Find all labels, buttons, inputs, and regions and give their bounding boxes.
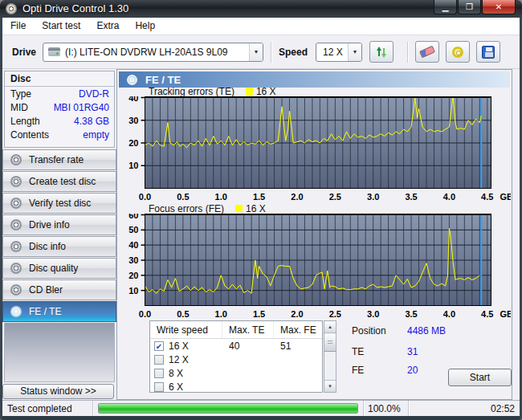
disc-row-mid: MID MBI 01RG40 — [5, 100, 114, 114]
table-row[interactable]: 6 X — [150, 381, 322, 393]
menu-start-test[interactable]: Start test — [34, 18, 88, 35]
disc-icon — [10, 176, 22, 187]
menu-file[interactable]: File — [2, 18, 34, 35]
sidebar-item-label: CD Bler — [29, 284, 63, 296]
disc-length-label: Length — [10, 115, 40, 128]
disc-icon — [10, 263, 22, 274]
sidebar-item-disc-info[interactable]: Disc info — [2, 236, 116, 257]
sidebar-item-verify-test-disc[interactable]: Verify test disc — [2, 193, 116, 214]
disc-row-length: Length 4.38 GB — [5, 114, 114, 128]
svg-text:10: 10 — [128, 161, 138, 170]
drive-select[interactable]: (I:) LITE-ON DVDRW LH-20A1S 9L09 ▼ — [43, 43, 263, 62]
svg-text:3.0: 3.0 — [367, 309, 379, 319]
minimize-button[interactable]: ▁ — [434, 0, 457, 14]
checkbox-16x[interactable]: ✔ — [154, 341, 164, 351]
fe-chart-plot: 1020304050600.00.51.01.52.02.53.03.54.04… — [120, 214, 511, 321]
write-speed-header-row: Write speed Max. TE Max. FE — [150, 321, 322, 339]
max-fe-16x: 51 — [274, 340, 322, 352]
close-button[interactable]: ✕ — [482, 0, 516, 14]
drive-icon — [48, 47, 60, 56]
position-value: 4486 MB — [407, 325, 446, 336]
checkbox-8x[interactable] — [154, 369, 164, 378]
svg-text:2.0: 2.0 — [291, 192, 303, 202]
table-row[interactable]: 12 X — [150, 353, 322, 366]
svg-text:40: 40 — [128, 240, 138, 250]
disc-icon — [10, 154, 22, 165]
eject-tray-button[interactable] — [446, 41, 470, 63]
refresh-arrows-icon — [375, 46, 388, 59]
te-legend-swatch — [246, 88, 253, 95]
fe-legend-swatch — [235, 205, 243, 212]
toolbar-separator — [407, 42, 408, 63]
sidebar-item-cd-bler[interactable]: CD Bler — [2, 279, 116, 300]
table-row[interactable]: 8 X — [150, 367, 322, 380]
erase-disc-button[interactable] — [415, 41, 439, 63]
scroll-up-icon[interactable]: ▲ — [324, 321, 336, 333]
disc-type-label: Type — [10, 88, 31, 100]
sidebar-item-label: Transfer rate — [29, 154, 84, 165]
status-text: Test completed — [2, 401, 93, 416]
table-scrollbar[interactable]: ▲ ▼ — [324, 320, 336, 393]
disc-mid-value: MBI 01RG40 — [54, 101, 109, 114]
disc-group-title: Disc — [5, 71, 114, 87]
status-window-button[interactable]: Status window >> — [2, 384, 114, 399]
disc-mid-label: MID — [10, 101, 28, 114]
sidebar-item-disc-quality[interactable]: Disc quality — [2, 258, 116, 279]
sidebar-filler — [4, 323, 115, 382]
fe-result-label: FE — [352, 365, 364, 376]
sidebar-item-fe-te[interactable]: FE / TE — [2, 301, 116, 322]
svg-text:3.0: 3.0 — [367, 192, 379, 202]
window-title: Opti Drive Control 1.30 — [22, 2, 128, 14]
sidebar-item-drive-info[interactable]: Drive info — [2, 214, 116, 235]
table-row[interactable]: ✔16 X 40 51 — [150, 340, 322, 353]
sidebar-item-label: Disc info — [29, 241, 66, 252]
svg-text:2.5: 2.5 — [329, 309, 341, 319]
main-panel: FE / TE Tracking errors (TE) 16 X 102030… — [116, 69, 512, 400]
svg-text:2.0: 2.0 — [291, 309, 303, 319]
te-result-label: TE — [352, 346, 364, 357]
refresh-button[interactable] — [369, 41, 394, 63]
progress-cell — [93, 401, 364, 416]
speed-select[interactable]: 12 X ▼ — [316, 43, 362, 62]
chevron-down-icon[interactable]: ▼ — [348, 43, 361, 61]
svg-text:0.0: 0.0 — [139, 309, 151, 319]
svg-text:2.5: 2.5 — [329, 192, 341, 202]
checkbox-12x[interactable] — [154, 355, 164, 365]
write-speed-table: Write speed Max. TE Max. FE ✔16 X 40 51 … — [149, 320, 323, 393]
scroll-down-icon[interactable]: ▼ — [324, 380, 336, 392]
app-window: Opti Drive Control 1.30 ▁ ❐ ✕ File Start… — [0, 0, 522, 420]
save-button[interactable] — [476, 41, 500, 63]
menu-extra[interactable]: Extra — [88, 18, 127, 35]
sidebar-item-label: Drive info — [29, 219, 70, 230]
svg-text:40: 40 — [128, 96, 138, 103]
app-disc-icon — [6, 3, 17, 14]
drive-select-value: (I:) LITE-ON DVDRW LH-20A1S 9L09 — [65, 47, 228, 58]
left-panel: Disc Type DVD-R MID MBI 01RG40 Length 4.… — [2, 69, 116, 400]
chevron-down-icon[interactable]: ▼ — [249, 43, 263, 61]
svg-text:60: 60 — [128, 214, 138, 220]
menu-bar: File Start test Extra Help — [2, 18, 520, 35]
svg-text:30: 30 — [128, 116, 138, 125]
progress-bar — [98, 403, 358, 414]
scrollbar-thumb[interactable] — [324, 334, 336, 352]
sidebar-item-label: Verify test disc — [29, 198, 91, 209]
disc-icon — [10, 241, 22, 252]
speed-12x-label: 12 X — [169, 354, 189, 365]
speed-16x-label: 16 X — [169, 340, 189, 352]
svg-text:30: 30 — [128, 255, 138, 265]
menu-help[interactable]: Help — [127, 18, 163, 35]
disc-contents-label: Contents — [10, 128, 49, 141]
fe-legend-label: 16 X — [246, 203, 266, 214]
svg-text:20: 20 — [128, 138, 138, 148]
title-bar[interactable]: Opti Drive Control 1.30 ▁ ❐ ✕ — [0, 0, 522, 18]
sidebar-item-transfer-rate[interactable]: Transfer rate — [2, 149, 116, 170]
start-button[interactable]: Start — [448, 369, 512, 386]
sidebar-item-create-test-disc[interactable]: Create test disc — [2, 171, 116, 192]
checkbox-6x[interactable] — [154, 382, 164, 392]
speed-8x-label: 8 X — [169, 368, 183, 379]
maximize-button[interactable]: ❐ — [458, 0, 481, 14]
te-chart-plot: 102030400.00.51.01.52.02.53.03.54.04.5GB — [120, 96, 511, 204]
speed-6x-label: 6 X — [169, 381, 183, 393]
svg-text:0.5: 0.5 — [177, 192, 189, 202]
svg-text:0.0: 0.0 — [139, 192, 151, 202]
